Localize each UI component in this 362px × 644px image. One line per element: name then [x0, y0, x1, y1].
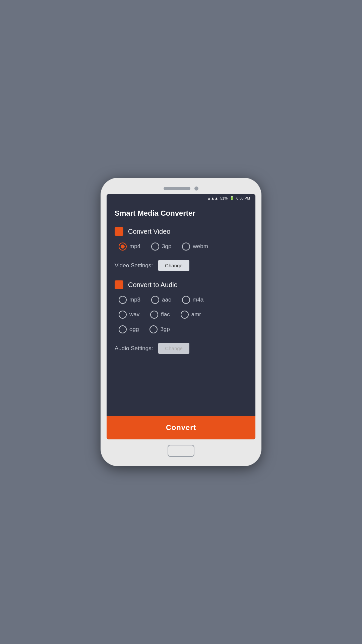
audio-format-m4a[interactable]: m4a [182, 296, 204, 304]
audio-format-flac[interactable]: flac [150, 311, 170, 319]
audio-format-row-3: ogg 3gp [119, 325, 247, 333]
convert-audio-icon [115, 280, 123, 289]
radio-aac-circle [151, 296, 159, 304]
audio-format-mp3[interactable]: mp3 [119, 296, 140, 304]
camera [194, 186, 198, 191]
radio-ogg-circle [119, 325, 127, 333]
radio-audio-3gp-circle [149, 325, 158, 333]
radio-mp3-label: mp3 [129, 297, 140, 303]
app-content: Smart Media Converter Convert Video mp4 … [107, 202, 255, 416]
phone-frame: ▲▲▲ 51% 🔋 6:50 PM Smart Media Converter … [101, 178, 261, 466]
radio-3gp-circle [151, 243, 159, 251]
time: 6:50 PM [236, 196, 250, 200]
video-settings-row: Video Settings: Change [115, 260, 247, 271]
radio-mp3-circle [119, 296, 127, 304]
battery-icon: 🔋 [230, 196, 234, 200]
radio-m4a-label: m4a [193, 297, 204, 303]
radio-aac-label: aac [162, 297, 171, 303]
radio-amr-label: amr [191, 311, 201, 318]
video-settings-label: Video Settings: [115, 262, 153, 269]
radio-3gp-label: 3gp [162, 243, 171, 250]
audio-format-row-1: mp3 aac m4a [119, 296, 247, 304]
video-format-radio-group: mp4 3gp webm [115, 243, 247, 251]
signal-icon: ▲▲▲ [207, 196, 218, 200]
phone-screen: ▲▲▲ 51% 🔋 6:50 PM Smart Media Converter … [107, 194, 255, 439]
radio-wav-label: wav [129, 311, 139, 318]
audio-format-ogg[interactable]: ogg [119, 325, 139, 333]
audio-format-aac[interactable]: aac [151, 296, 171, 304]
video-format-webm[interactable]: webm [182, 243, 208, 251]
convert-button[interactable]: Convert [107, 416, 255, 439]
radio-webm-circle [182, 243, 190, 251]
convert-audio-title: Convert to Audio [128, 281, 178, 289]
convert-video-section-header: Convert Video [115, 227, 247, 236]
radio-mp4-label: mp4 [129, 243, 140, 250]
video-format-3gp[interactable]: 3gp [151, 243, 171, 251]
video-settings-change-button[interactable]: Change [158, 260, 189, 271]
radio-audio-3gp-label: 3gp [160, 326, 170, 333]
convert-audio-section-header: Convert to Audio [115, 280, 247, 289]
phone-top-bar [107, 184, 255, 194]
audio-format-3gp[interactable]: 3gp [149, 325, 170, 333]
radio-flac-label: flac [161, 311, 170, 318]
status-bar: ▲▲▲ 51% 🔋 6:50 PM [107, 194, 255, 202]
battery-percent: 51% [220, 196, 228, 200]
speaker [164, 187, 190, 190]
convert-video-title: Convert Video [128, 228, 170, 235]
radio-webm-label: webm [193, 243, 208, 250]
radio-wav-circle [119, 311, 127, 319]
audio-settings-row: Audio Settings: Change [115, 343, 247, 354]
app-title: Smart Media Converter [115, 209, 247, 218]
audio-settings-label: Audio Settings: [115, 345, 153, 352]
audio-format-row-2: wav flac amr [119, 311, 247, 319]
convert-video-icon [115, 227, 123, 236]
radio-mp4-circle [119, 243, 127, 251]
video-format-mp4[interactable]: mp4 [119, 243, 140, 251]
radio-mp4-inner [121, 245, 125, 249]
audio-settings-change-button[interactable]: Change [158, 343, 189, 354]
audio-format-wav[interactable]: wav [119, 311, 139, 319]
home-button[interactable] [168, 445, 194, 457]
audio-format-amr[interactable]: amr [181, 311, 201, 319]
radio-ogg-label: ogg [129, 326, 139, 333]
radio-flac-circle [150, 311, 158, 319]
audio-format-radio-grid: mp3 aac m4a wav [115, 296, 247, 333]
radio-amr-circle [181, 311, 189, 319]
radio-m4a-circle [182, 296, 190, 304]
phone-bottom [107, 439, 255, 460]
